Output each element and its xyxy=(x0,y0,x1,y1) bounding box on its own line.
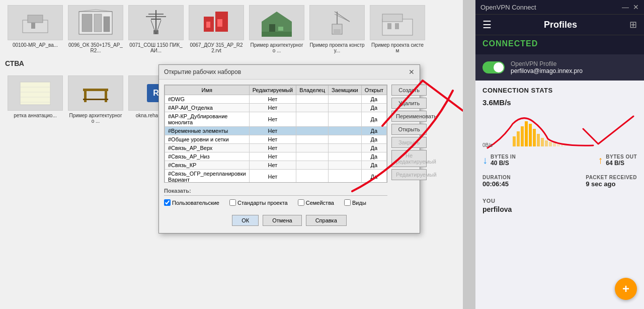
checkbox-2[interactable] xyxy=(298,199,304,206)
side-btn-0[interactable]: Создать xyxy=(391,85,427,96)
side-btn-3[interactable]: Открыть xyxy=(391,124,427,135)
col-name: Имя xyxy=(165,86,250,95)
file-thumb-2[interactable]: 0096_ОК 350+175_АР_R2... xyxy=(68,5,123,53)
checkbox-text-1: Стандарты проекта xyxy=(237,200,288,206)
dialog-body: Имя Редактируемый Владелец Заемщики Откр… xyxy=(159,80,420,233)
table-row[interactable]: #Связь_АР_Низ Нет Да xyxy=(165,152,387,161)
file-label-r2-2: Пример архитектурного ... xyxy=(68,113,123,124)
checkbox-0[interactable] xyxy=(164,199,171,206)
svg-rect-5 xyxy=(94,14,102,32)
side-btn-1[interactable]: Удалить xyxy=(391,98,427,109)
side-btn-5[interactable]: Не редактируемый xyxy=(391,150,427,167)
svg-rect-53 xyxy=(557,144,560,146)
checkbox-label-0[interactable]: Пользовательские xyxy=(164,199,219,206)
file-thumb-4[interactable]: 0067_ДОУ 315_АР_R22.rvt xyxy=(189,5,244,53)
table-row[interactable]: #Связь_КР Нет Да xyxy=(165,161,387,170)
file-thumb-5[interactable]: Пример архитектурного ... xyxy=(249,5,304,53)
openvpn-panel: OpenVPN Connect — ✕ ☰ Profiles ⊞ CONNECT… xyxy=(475,0,644,309)
toggle-knob xyxy=(494,62,504,72)
vpn-toggle[interactable] xyxy=(482,61,505,73)
file-thumb-r2-2[interactable]: Пример архитектурного ... xyxy=(68,75,123,124)
file-thumb-7[interactable]: Пример проекта систем xyxy=(370,5,425,53)
dialog-table-wrapper[interactable]: Имя Редактируемый Владелец Заемщики Откр… xyxy=(164,85,387,183)
file-grid-row1: 00100-MR_AP_ва... 0096_ОК 350+175_АР_R2.… xyxy=(0,0,463,58)
svg-rect-41 xyxy=(83,99,108,100)
file-thumb-6[interactable]: Пример проекта констру... xyxy=(309,5,365,53)
svg-rect-49 xyxy=(541,138,544,146)
file-thumb-3[interactable]: 0071_СОШ 1150 ПИК_АИ... xyxy=(128,5,184,53)
cell-borrowers xyxy=(329,152,362,161)
cell-name: #AP-КР_Дублирование монолита xyxy=(165,112,250,127)
openvpn-body: CONNECTED OpenVPN Profile perfilova@imag… xyxy=(475,35,644,309)
checkbox-text-2: Семейства xyxy=(306,200,334,206)
cell-owner xyxy=(296,127,329,135)
duration-block: DURATION 00:06:45 xyxy=(482,175,511,188)
cell-editable: Нет xyxy=(249,161,296,170)
minimize-button[interactable]: — xyxy=(622,3,629,11)
cell-open: Да xyxy=(361,161,386,170)
cell-open: Да xyxy=(361,95,386,104)
stats-section: CONNECTION STATS 3.6MB/s xyxy=(475,81,644,149)
cell-borrowers xyxy=(329,144,362,152)
checkbox-label-3[interactable]: Виды xyxy=(344,199,366,206)
bytes-out-arrow-icon: ↑ xyxy=(598,154,603,166)
file-thumb-r2-1[interactable]: ретка аннатацио... xyxy=(8,75,63,124)
dialog-side-buttons: СоздатьУдалитьПереименоватьОткрытьЗакрыт… xyxy=(391,85,427,212)
svg-rect-43 xyxy=(517,131,520,146)
table-row[interactable]: #Связь_АР_Верх Нет Да xyxy=(165,144,387,152)
cell-editable: Нет xyxy=(249,170,296,183)
dialog-checkboxes: Пользовательские Стандарты проекта Семей… xyxy=(164,197,387,208)
packet-block: PACKET RECEIVED 9 sec ago xyxy=(586,175,637,188)
checkbox-3[interactable] xyxy=(344,199,351,206)
checkbox-label-1[interactable]: Стандарты проекта xyxy=(229,199,288,206)
cell-owner xyxy=(296,161,329,170)
dialog-titlebar: Открытие рабочих наборов ✕ xyxy=(159,65,420,80)
footer-btn-отмена[interactable]: Отмена xyxy=(263,215,301,226)
col-owner: Владелец xyxy=(296,86,329,95)
footer-btn-ок[interactable]: ОК xyxy=(232,215,259,226)
duration-value: 00:06:45 xyxy=(482,180,511,188)
svg-rect-38 xyxy=(83,89,108,91)
svg-rect-33 xyxy=(20,82,50,105)
checkbox-1[interactable] xyxy=(229,199,236,206)
profile-info: OpenVPN Profile perfilova@imago.innex.pr… xyxy=(511,60,583,74)
table-row[interactable]: #Общие уровни и сетки Нет Да xyxy=(165,135,387,144)
cell-name: #Временные элементы xyxy=(165,127,250,135)
col-borrowers: Заемщики xyxy=(329,86,362,95)
table-row[interactable]: #AP-АИ_Отделка Нет Да xyxy=(165,104,387,112)
checkbox-label-2[interactable]: Семейства xyxy=(298,199,334,206)
connected-bar: CONNECTED xyxy=(475,35,644,54)
cell-open: Да xyxy=(361,112,386,127)
bytes-out-info: BYTES OUT 64 B/S xyxy=(606,154,637,167)
file-label-5: Пример архитектурного ... xyxy=(249,42,304,53)
bytes-in-block: ↓ BYTES IN 40 B/S xyxy=(482,154,516,167)
table-row[interactable]: #Временные элементы Нет Да xyxy=(165,127,387,135)
footer-btn-справка[interactable]: Справка xyxy=(306,215,347,226)
dialog-close-button[interactable]: ✕ xyxy=(409,68,415,76)
svg-rect-30 xyxy=(382,14,403,22)
table-row[interactable]: #AP-КР_Дублирование монолита Нет Да xyxy=(165,112,387,127)
table-row[interactable]: #Связь_ОГР_перепланировки Вариант Нет Да xyxy=(165,170,387,183)
details-row: DURATION 00:06:45 PACKET RECEIVED 9 sec … xyxy=(475,172,644,193)
openvpn-titlebar: OpenVPN Connect — ✕ xyxy=(475,0,644,15)
close-button[interactable]: ✕ xyxy=(633,3,639,11)
side-btn-2[interactable]: Переименовать xyxy=(391,111,427,122)
cell-borrowers xyxy=(329,104,362,112)
cell-open: Да xyxy=(361,152,386,161)
bandwidth-chart: 0B/s xyxy=(482,109,637,149)
add-fab-button[interactable]: + xyxy=(615,278,637,300)
side-btn-6[interactable]: Редактируемый xyxy=(391,169,427,180)
dialog-table: Имя Редактируемый Владелец Заемщики Откр… xyxy=(165,85,387,183)
table-row[interactable]: #DWG Нет Да xyxy=(165,95,387,104)
cell-editable: Нет xyxy=(249,104,296,112)
checkbox-text-3: Виды xyxy=(352,200,366,206)
file-label-2: 0096_ОК 350+175_АР_R2... xyxy=(68,42,123,53)
cell-name: #Общие уровни и сетки xyxy=(165,135,250,144)
svg-line-8 xyxy=(96,10,112,12)
svg-rect-40 xyxy=(105,91,107,102)
side-btn-4[interactable]: Закрыть xyxy=(391,137,427,148)
file-thumb-1[interactable]: 00100-MR_AP_ва... xyxy=(8,5,63,53)
add-profile-icon[interactable]: ⊞ xyxy=(629,19,637,30)
dialog-main: Имя Редактируемый Владелец Заемщики Откр… xyxy=(164,85,387,212)
hamburger-icon[interactable]: ☰ xyxy=(482,19,492,31)
